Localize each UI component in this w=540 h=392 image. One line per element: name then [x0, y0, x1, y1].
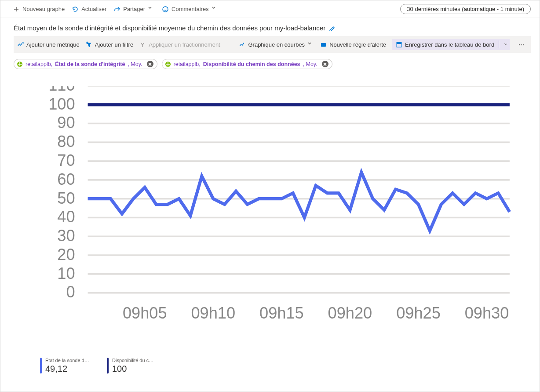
share-label: Partager: [123, 6, 145, 12]
svg-text:09h10: 09h10: [191, 304, 235, 322]
pill-close-button[interactable]: [322, 61, 328, 67]
share-icon: [113, 6, 120, 13]
svg-rect-4: [397, 42, 401, 44]
top-toolbar: Nouveau graphe Actualiser Partager Comme…: [0, 0, 540, 18]
split-icon: [139, 41, 146, 48]
chevron-down-icon: [148, 6, 155, 13]
legend-series-value: 100: [112, 364, 156, 374]
edit-icon[interactable]: [329, 25, 335, 31]
apply-split-label: Appliquer un fractionnement: [149, 41, 220, 48]
svg-text:90: 90: [57, 114, 75, 132]
smile-icon: [162, 6, 169, 13]
resource-icon: [165, 61, 171, 67]
refresh-label: Actualiser: [81, 6, 106, 12]
pill-agg: , Moy.: [303, 61, 317, 67]
svg-text:20: 20: [57, 245, 75, 264]
svg-text:50: 50: [57, 189, 75, 207]
page-title: État moyen de la sonde d'intégrité et di…: [14, 24, 325, 32]
pill-close-button[interactable]: [147, 61, 153, 67]
add-metric-button[interactable]: Ajouter une métrique: [17, 41, 80, 48]
metric-icon: [17, 41, 24, 48]
legend-series-name: Disponibilité du che…: [112, 358, 156, 363]
svg-text:09h25: 09h25: [396, 304, 441, 322]
chart-area: 010203040506070809010011009h0509h1009h15…: [14, 77, 531, 392]
time-range-selector[interactable]: 30 dernières minutes (automatique - 1 mi…: [400, 4, 531, 14]
plus-icon: [13, 6, 20, 13]
svg-text:110: 110: [48, 86, 75, 94]
svg-text:0: 0: [66, 283, 75, 301]
legend-color-bar: [40, 358, 42, 374]
alert-icon: [320, 41, 327, 48]
svg-text:100: 100: [48, 95, 75, 113]
chevron-down-icon: [307, 41, 314, 48]
svg-text:09h20: 09h20: [328, 304, 372, 322]
svg-text:60: 60: [57, 170, 75, 188]
svg-text:09h15: 09h15: [259, 304, 304, 322]
new-alert-button[interactable]: Nouvelle règle d'alerte: [320, 41, 386, 48]
svg-text:10: 10: [57, 264, 75, 282]
pill-agg: , Moy.: [128, 61, 142, 67]
add-filter-button[interactable]: + Ajouter un filtre: [86, 41, 133, 48]
line-chart-icon: [239, 41, 245, 48]
chart-legend: État de la sonde d'i… 49,12 Disponibilit…: [40, 358, 156, 374]
pill-resource: retailapplb,: [26, 61, 52, 67]
svg-text:+: +: [86, 41, 88, 45]
legend-item[interactable]: Disponibilité du che… 100: [107, 358, 156, 374]
pill-metric: Disponibilité du chemin des données: [203, 61, 300, 67]
new-graph-button[interactable]: Nouveau graphe: [13, 6, 65, 13]
chart-type-label: Graphique en courbes: [248, 41, 305, 48]
chevron-down-icon: [212, 6, 219, 13]
comments-label: Commentaires: [171, 6, 209, 12]
resource-icon: [17, 61, 23, 67]
metric-pills: retailapplb, État de la sonde d'intégrit…: [14, 59, 531, 69]
svg-text:70: 70: [57, 151, 75, 169]
add-metric-label: Ajouter une métrique: [26, 41, 80, 48]
legend-item[interactable]: État de la sonde d'i… 49,12: [40, 358, 89, 374]
filter-icon: +: [86, 41, 92, 48]
svg-point-0: [163, 7, 168, 12]
new-alert-label: Nouvelle règle d'alerte: [329, 41, 386, 48]
svg-text:30: 30: [57, 227, 75, 245]
refresh-button[interactable]: Actualiser: [72, 6, 106, 13]
save-dashboard-button[interactable]: Enregistrer dans le tableau de bord: [392, 39, 510, 50]
chart-ribbon: Ajouter une métrique + Ajouter un filtre…: [14, 36, 531, 53]
svg-text:09h30: 09h30: [465, 304, 509, 322]
pill-metric: État de la sonde d'intégrité: [55, 61, 125, 67]
new-graph-label: Nouveau graphe: [22, 6, 65, 12]
apply-split-button: Appliquer un fractionnement: [139, 41, 220, 48]
svg-rect-2: [321, 43, 326, 47]
svg-text:40: 40: [57, 208, 75, 226]
pin-icon: [396, 41, 402, 48]
comments-button[interactable]: Commentaires: [162, 6, 219, 13]
legend-color-bar: [107, 358, 109, 374]
share-button[interactable]: Partager: [113, 6, 155, 13]
svg-text:80: 80: [57, 132, 75, 150]
metric-pill[interactable]: retailapplb, État de la sonde d'intégrit…: [14, 59, 157, 69]
save-label: Enregistrer dans le tableau de bord: [405, 41, 494, 48]
legend-series-name: État de la sonde d'i…: [45, 358, 89, 363]
svg-text:09h05: 09h05: [123, 304, 167, 322]
legend-series-value: 49,12: [45, 364, 89, 374]
chart-type-dropdown[interactable]: Graphique en courbes: [239, 41, 314, 48]
chevron-down-icon: [504, 42, 508, 47]
refresh-icon: [72, 6, 79, 13]
add-filter-label: Ajouter un filtre: [95, 41, 133, 48]
more-button[interactable]: ···: [516, 41, 527, 48]
pill-resource: retailapplb,: [174, 61, 201, 67]
chart-plot: 010203040506070809010011009h0509h1009h15…: [40, 86, 518, 325]
metric-pill[interactable]: retailapplb, Disponibilité du chemin des…: [162, 59, 332, 69]
